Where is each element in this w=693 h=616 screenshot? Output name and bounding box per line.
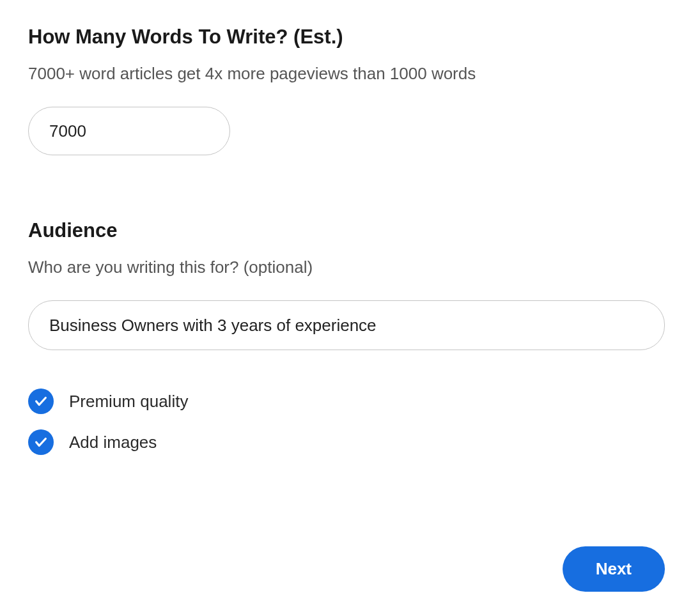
- wordcount-subtitle: 7000+ word articles get 4x more pageview…: [28, 64, 665, 84]
- wordcount-input[interactable]: [28, 107, 230, 155]
- check-icon: [28, 389, 54, 414]
- audience-input[interactable]: [28, 300, 665, 350]
- premium-quality-label: Premium quality: [69, 392, 188, 412]
- audience-subtitle: Who are you writing this for? (optional): [28, 258, 665, 277]
- next-button[interactable]: Next: [563, 546, 665, 592]
- check-icon: [28, 429, 54, 455]
- wordcount-section: How Many Words To Write? (Est.) 7000+ wo…: [28, 26, 665, 155]
- add-images-label: Add images: [69, 433, 157, 452]
- premium-quality-option[interactable]: Premium quality: [28, 389, 665, 414]
- add-images-option[interactable]: Add images: [28, 429, 665, 455]
- options-group: Premium quality Add images: [28, 389, 665, 455]
- audience-title: Audience: [28, 219, 665, 242]
- wordcount-title: How Many Words To Write? (Est.): [28, 26, 665, 49]
- audience-section: Audience Who are you writing this for? (…: [28, 219, 665, 350]
